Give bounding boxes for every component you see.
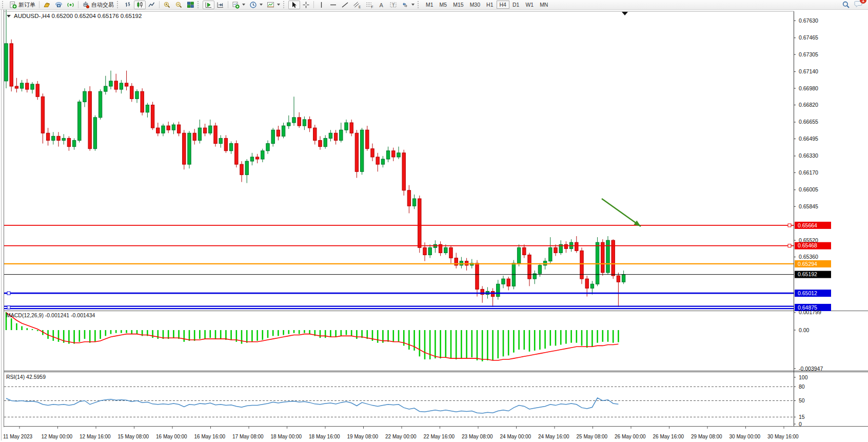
trendline-button[interactable] bbox=[339, 1, 351, 9]
candle bbox=[345, 123, 348, 130]
candle bbox=[476, 263, 479, 290]
candle bbox=[245, 161, 248, 175]
toolbar-grip[interactable] bbox=[283, 1, 286, 8]
timeframe-h1[interactable]: H1 bbox=[483, 1, 496, 9]
toolbar-grip[interactable] bbox=[2, 1, 5, 8]
time-tick-label: 19 May 08:00 bbox=[347, 434, 379, 439]
line-handle[interactable] bbox=[788, 224, 791, 227]
candle bbox=[167, 126, 170, 130]
candle bbox=[340, 130, 343, 140]
period-clock-icon bbox=[249, 1, 257, 9]
price-badge-0.65468: 0.65468 bbox=[795, 242, 831, 249]
cursor-button[interactable] bbox=[288, 1, 300, 9]
candle bbox=[418, 199, 421, 247]
zoom-in-button[interactable] bbox=[161, 1, 173, 9]
candle bbox=[261, 151, 264, 159]
zoom-out-button[interactable] bbox=[173, 1, 185, 9]
new-chart-icon bbox=[232, 1, 240, 9]
template-icon bbox=[267, 1, 274, 9]
line-chart-button[interactable] bbox=[146, 1, 157, 9]
candle bbox=[350, 123, 353, 133]
price-tick-label: 0.66655 bbox=[799, 119, 818, 125]
period-button[interactable] bbox=[247, 1, 265, 9]
candle bbox=[146, 105, 149, 112]
timeframe-m1[interactable]: M1 bbox=[423, 1, 437, 9]
candle bbox=[177, 125, 180, 133]
text-button[interactable]: A bbox=[376, 1, 387, 9]
vertical-line-icon bbox=[318, 1, 325, 9]
candle bbox=[10, 44, 13, 86]
new-order-button[interactable]: 新订单 bbox=[7, 1, 37, 9]
line-handle[interactable] bbox=[7, 292, 10, 295]
candle bbox=[183, 133, 186, 164]
candle bbox=[114, 81, 117, 89]
candle bbox=[502, 279, 505, 284]
candle bbox=[497, 284, 500, 296]
time-tick-label: 22 May 16:00 bbox=[424, 434, 455, 439]
line-handle[interactable] bbox=[7, 306, 10, 309]
horizontal-line-button[interactable] bbox=[327, 1, 339, 9]
toolbar-grip[interactable] bbox=[418, 1, 421, 8]
candle bbox=[298, 118, 301, 126]
candle bbox=[444, 247, 447, 253]
toolbar-grip[interactable] bbox=[117, 1, 120, 8]
signals-button[interactable] bbox=[65, 1, 76, 9]
chart-area[interactable]: AUDUSD-,H4 0.65200 0.65204 0.65176 0.651… bbox=[0, 10, 868, 442]
candle bbox=[287, 123, 290, 126]
chart-shift-icon bbox=[216, 1, 224, 9]
arrows-button[interactable] bbox=[399, 1, 417, 9]
candle bbox=[585, 279, 588, 288]
candle bbox=[606, 240, 609, 273]
notifications-button[interactable]: 1 bbox=[854, 0, 863, 10]
price-tick-label: 0.66980 bbox=[799, 85, 818, 91]
auto-trading-label: 自动交易 bbox=[91, 1, 114, 9]
market-button[interactable] bbox=[41, 1, 53, 9]
candle bbox=[188, 133, 191, 164]
crosshair-button[interactable] bbox=[300, 1, 312, 9]
zoom-out-icon bbox=[175, 1, 183, 9]
fibonacci-button[interactable]: F bbox=[363, 1, 376, 9]
line-handle[interactable] bbox=[788, 244, 791, 247]
candle bbox=[392, 151, 395, 157]
toolbar-grip[interactable] bbox=[198, 1, 201, 8]
line-chart-icon bbox=[148, 1, 155, 9]
chart-shift-button[interactable] bbox=[214, 1, 226, 9]
timeframe-m15[interactable]: M15 bbox=[450, 1, 466, 9]
candle bbox=[277, 130, 280, 136]
bar-chart-button[interactable] bbox=[122, 1, 134, 9]
tile-windows-button[interactable] bbox=[185, 1, 196, 9]
search-icon[interactable] bbox=[842, 1, 850, 9]
timeframe-w1[interactable]: W1 bbox=[522, 1, 537, 9]
channel-icon: E bbox=[353, 1, 361, 9]
svg-text:F: F bbox=[371, 5, 373, 8]
candle bbox=[52, 136, 55, 140]
vertical-line-button[interactable] bbox=[315, 1, 327, 9]
auto-trading-button[interactable]: 自动交易 bbox=[80, 1, 116, 9]
candle bbox=[219, 138, 222, 143]
timeframe-m30[interactable]: M30 bbox=[467, 1, 483, 9]
svg-text:0.65294: 0.65294 bbox=[798, 261, 817, 267]
chart-background bbox=[0, 10, 868, 442]
template-button[interactable] bbox=[265, 1, 282, 9]
time-tick-label: 22 May 00:00 bbox=[385, 434, 417, 439]
candle bbox=[355, 133, 358, 171]
label-button[interactable]: T bbox=[387, 1, 399, 9]
text-icon: A bbox=[378, 1, 385, 9]
candle-chart-button[interactable] bbox=[134, 1, 146, 9]
timeframe-mn[interactable]: MN bbox=[537, 1, 551, 9]
chart-svg[interactable]: AUDUSD-,H4 0.65200 0.65204 0.65176 0.651… bbox=[0, 10, 868, 442]
auto-scroll-button[interactable] bbox=[203, 1, 214, 9]
timeframe-h4[interactable]: H4 bbox=[497, 1, 509, 9]
channel-button[interactable]: E bbox=[351, 1, 363, 9]
dropdown-caret bbox=[242, 4, 245, 6]
new-chart-button[interactable] bbox=[230, 1, 247, 9]
price-tick-label: 0.67465 bbox=[799, 34, 818, 41]
timeframe-m5[interactable]: M5 bbox=[437, 1, 450, 9]
timeframe-d1[interactable]: D1 bbox=[509, 1, 522, 9]
tile-windows-icon bbox=[187, 1, 194, 9]
charts-cloud-button[interactable] bbox=[53, 1, 65, 9]
candle bbox=[5, 44, 8, 81]
candle bbox=[617, 276, 620, 282]
candle bbox=[319, 140, 322, 146]
candle bbox=[78, 102, 81, 140]
